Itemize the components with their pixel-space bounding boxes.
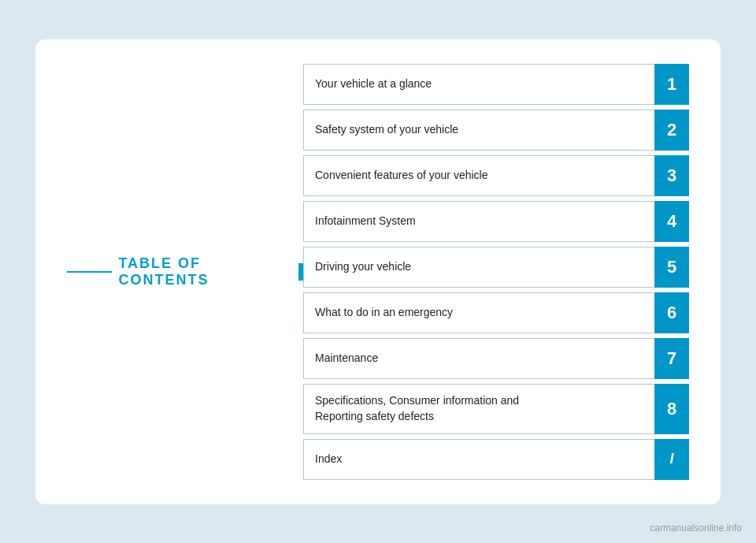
toc-row-item-1[interactable]: Your vehicle at a glance1	[303, 64, 689, 105]
toc-number-item-1: 1	[654, 64, 689, 105]
toc-label-text-item-2: Safety system of your vehicle	[315, 122, 458, 138]
toc-label-box-item-1: Your vehicle at a glance	[303, 64, 654, 105]
toc-row-item-5[interactable]: Driving your vehicle5	[303, 247, 689, 288]
toc-number-item-7: 7	[654, 338, 689, 379]
toc-label-text-item-1: Your vehicle at a glance	[315, 76, 432, 92]
watermark: carmanualsonline.info	[650, 523, 742, 534]
toc-label-box-item-2: Safety system of your vehicle	[303, 110, 654, 151]
toc-indicator	[298, 263, 303, 281]
toc-label-text-item-8: Specifications, Consumer information and…	[315, 393, 519, 424]
toc-header: TABLE OF CONTENTS	[67, 255, 303, 288]
toc-label-box-item-6: What to do in an emergency	[303, 292, 654, 333]
left-section: TABLE OF CONTENTS	[67, 255, 303, 288]
toc-label-text-item-5: Driving your vehicle	[315, 259, 411, 275]
toc-number-item-3: 3	[654, 155, 689, 196]
toc-label-text-item-i: Index	[315, 452, 342, 467]
toc-row-item-2[interactable]: Safety system of your vehicle2	[303, 110, 689, 151]
toc-label-text-item-6: What to do in an emergency	[315, 305, 453, 321]
toc-list: Your vehicle at a glance1Safety system o…	[303, 64, 689, 480]
toc-label-text-item-4: Infotainment System	[315, 214, 416, 229]
toc-label-box-item-3: Convenient features of your vehicle	[303, 155, 654, 196]
toc-number-item-6: 6	[654, 292, 689, 333]
toc-row-item-4[interactable]: Infotainment System4	[303, 201, 689, 242]
toc-row-item-6[interactable]: What to do in an emergency6	[303, 292, 689, 333]
toc-number-item-8: 8	[654, 384, 689, 434]
toc-label-text-item-7: Maintenance	[315, 351, 378, 366]
toc-number-item-5: 5	[654, 247, 689, 288]
toc-row-item-3[interactable]: Convenient features of your vehicle3	[303, 155, 689, 196]
toc-row-item-7[interactable]: Maintenance7	[303, 338, 689, 379]
toc-line	[67, 271, 112, 273]
toc-row-item-8[interactable]: Specifications, Consumer information and…	[303, 384, 689, 434]
toc-number-item-i: I	[654, 439, 689, 480]
page-container: TABLE OF CONTENTS Your vehicle at a glan…	[0, 0, 756, 543]
toc-label-box-item-5: Driving your vehicle	[303, 247, 654, 288]
toc-row-item-i[interactable]: IndexI	[303, 439, 689, 480]
toc-label-box-item-4: Infotainment System	[303, 201, 654, 242]
toc-number-item-4: 4	[654, 201, 689, 242]
toc-label-box-item-i: Index	[303, 439, 654, 480]
toc-number-item-2: 2	[654, 110, 689, 151]
toc-label-box-item-7: Maintenance	[303, 338, 654, 379]
white-card: TABLE OF CONTENTS Your vehicle at a glan…	[35, 39, 721, 504]
toc-label-text-item-3: Convenient features of your vehicle	[315, 168, 487, 184]
toc-label-box-item-8: Specifications, Consumer information and…	[303, 384, 654, 434]
toc-title: TABLE OF CONTENTS	[118, 255, 289, 288]
